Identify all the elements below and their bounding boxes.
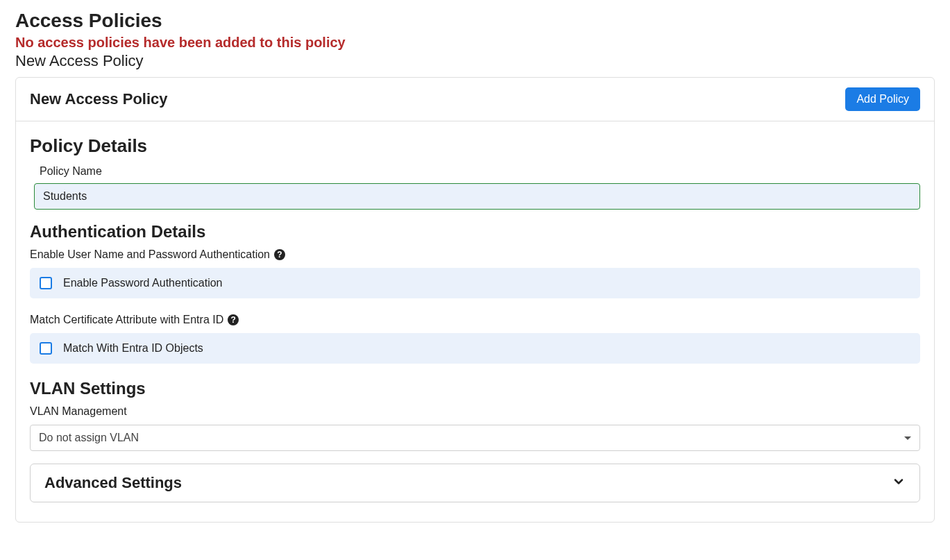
policy-name-label: Policy Name (40, 165, 920, 178)
add-policy-button[interactable]: Add Policy (845, 87, 920, 111)
match-entra-id-row: Match With Entra ID Objects (30, 333, 920, 364)
card-header-title: New Access Policy (30, 90, 168, 108)
vlan-management-value: Do not assign VLAN (39, 432, 139, 444)
enable-auth-label-text: Enable User Name and Password Authentica… (30, 248, 270, 261)
policy-details-heading: Policy Details (30, 135, 920, 157)
enable-password-auth-row: Enable Password Authentication (30, 268, 920, 298)
match-entra-id-checkbox[interactable] (40, 342, 52, 355)
match-cert-label-text: Match Certificate Attribute with Entra I… (30, 314, 223, 326)
help-icon[interactable]: ? (228, 314, 239, 325)
enable-password-auth-checkbox[interactable] (40, 277, 52, 289)
empty-policies-message: No access policies have been added to th… (15, 35, 935, 51)
help-icon[interactable]: ? (274, 249, 285, 260)
page-title: Access Policies (15, 10, 935, 32)
policy-name-input[interactable] (34, 183, 920, 210)
match-cert-label: Match Certificate Attribute with Entra I… (30, 314, 920, 326)
vlan-settings-heading: VLAN Settings (30, 379, 920, 398)
page-subtitle: New Access Policy (15, 52, 935, 70)
card-body: Policy Details Policy Name Authenticatio… (16, 121, 934, 522)
card-header: New Access Policy Add Policy (16, 78, 934, 121)
vlan-management-label: VLAN Management (30, 405, 920, 418)
advanced-settings-title: Advanced Settings (44, 474, 182, 492)
vlan-management-select[interactable]: Do not assign VLAN (30, 425, 920, 451)
enable-password-auth-checkbox-label: Enable Password Authentication (63, 277, 222, 289)
caret-down-icon (904, 436, 911, 440)
advanced-settings-toggle[interactable]: Advanced Settings (30, 464, 920, 502)
auth-details-heading: Authentication Details (30, 222, 920, 241)
new-access-policy-card: New Access Policy Add Policy Policy Deta… (15, 77, 935, 523)
chevron-down-icon (892, 475, 906, 491)
enable-auth-label: Enable User Name and Password Authentica… (30, 248, 920, 261)
match-entra-id-checkbox-label: Match With Entra ID Objects (63, 342, 203, 355)
